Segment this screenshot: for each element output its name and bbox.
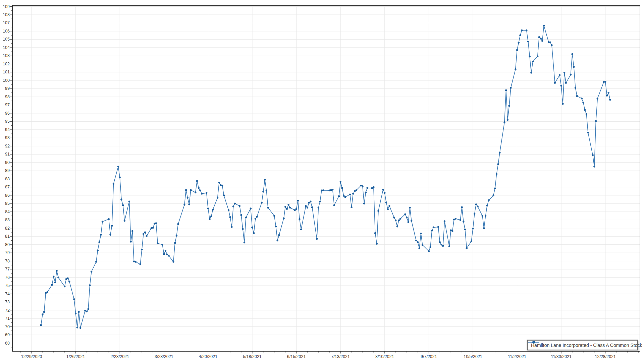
x-axis-tick-label: 12/29/2020 bbox=[21, 354, 42, 359]
data-point bbox=[515, 68, 516, 70]
data-point bbox=[206, 192, 207, 194]
data-point bbox=[460, 219, 461, 221]
data-point bbox=[84, 310, 86, 311]
data-point bbox=[108, 218, 110, 220]
data-point bbox=[482, 215, 483, 217]
data-point bbox=[166, 253, 168, 255]
x-axis-tick-label: 6/15/2021 bbox=[287, 354, 306, 359]
data-point bbox=[530, 72, 532, 73]
price-markers bbox=[40, 25, 611, 329]
data-point bbox=[485, 215, 486, 217]
data-point bbox=[442, 245, 444, 247]
data-point bbox=[384, 192, 385, 194]
data-point bbox=[366, 187, 368, 189]
data-point bbox=[448, 245, 450, 247]
data-point bbox=[518, 42, 520, 44]
data-point bbox=[492, 194, 494, 196]
data-point bbox=[338, 195, 340, 197]
data-point bbox=[239, 205, 240, 207]
data-point bbox=[597, 98, 598, 99]
data-point bbox=[223, 194, 225, 196]
data-point bbox=[161, 244, 163, 245]
data-point bbox=[463, 221, 464, 222]
data-point bbox=[608, 92, 609, 94]
data-point bbox=[455, 218, 457, 220]
data-point bbox=[341, 187, 343, 189]
data-point bbox=[351, 206, 352, 208]
data-point bbox=[554, 82, 556, 84]
x-axis-tick-label: 11/30/2021 bbox=[551, 354, 572, 359]
data-point bbox=[466, 247, 468, 249]
data-point bbox=[377, 210, 379, 212]
y-axis-tick-label: 77 bbox=[5, 267, 10, 272]
x-axis-tick-label: 2/23/2021 bbox=[110, 354, 129, 359]
y-axis-tick-label: 69 bbox=[5, 333, 10, 337]
data-point bbox=[576, 95, 578, 97]
y-axis-tick-label: 68 bbox=[5, 341, 10, 346]
data-point bbox=[140, 263, 141, 265]
y-axis-tick-label: 105 bbox=[3, 37, 10, 42]
data-point bbox=[245, 217, 247, 218]
data-point bbox=[79, 327, 81, 329]
x-axis-tick-label: 12/28/2021 bbox=[595, 354, 616, 359]
data-point bbox=[75, 313, 76, 314]
data-point bbox=[570, 74, 572, 75]
data-point bbox=[510, 87, 512, 88]
y-axis-tick-label: 87 bbox=[5, 185, 10, 189]
data-point bbox=[374, 232, 376, 234]
y-axis-tick-label: 90 bbox=[5, 160, 10, 165]
data-point bbox=[177, 223, 179, 225]
data-point bbox=[45, 292, 47, 294]
data-point bbox=[100, 234, 102, 236]
data-point bbox=[305, 205, 307, 207]
data-point bbox=[532, 61, 534, 62]
data-point bbox=[91, 271, 92, 273]
data-point bbox=[322, 189, 324, 191]
data-point bbox=[582, 102, 584, 103]
data-point bbox=[165, 250, 166, 251]
data-point bbox=[440, 244, 442, 245]
data-point bbox=[562, 103, 564, 105]
data-point bbox=[124, 220, 125, 222]
data-point bbox=[356, 189, 357, 191]
x-axis-tick-label: 1/26/2021 bbox=[66, 354, 85, 359]
data-point bbox=[128, 200, 130, 202]
data-point bbox=[551, 44, 552, 46]
data-point bbox=[505, 89, 507, 91]
axis-ticks bbox=[10, 7, 639, 354]
data-point bbox=[234, 203, 236, 204]
data-point bbox=[340, 181, 341, 183]
data-point bbox=[371, 187, 373, 189]
data-point bbox=[388, 205, 390, 207]
data-point bbox=[393, 217, 395, 218]
data-point bbox=[135, 261, 137, 262]
data-point bbox=[277, 240, 278, 241]
data-point bbox=[433, 227, 434, 228]
x-axis-tick-label: 4/20/2021 bbox=[199, 354, 218, 359]
data-point bbox=[255, 218, 256, 220]
y-axis-tick-label: 88 bbox=[5, 177, 10, 181]
data-point bbox=[406, 217, 408, 218]
data-point bbox=[344, 196, 346, 198]
data-point bbox=[516, 49, 518, 51]
data-point bbox=[78, 311, 79, 313]
data-point bbox=[117, 166, 119, 167]
y-axis-tick-label: 74 bbox=[5, 292, 10, 296]
data-point bbox=[541, 40, 543, 42]
data-point bbox=[73, 298, 75, 300]
data-point bbox=[68, 281, 70, 282]
x-axis-tick-label: 5/18/2021 bbox=[243, 354, 262, 359]
data-point bbox=[262, 191, 264, 192]
data-point bbox=[571, 53, 573, 55]
data-point bbox=[218, 182, 220, 183]
data-point bbox=[486, 205, 488, 206]
data-point bbox=[266, 189, 267, 191]
data-point bbox=[102, 221, 103, 222]
data-point bbox=[519, 35, 521, 36]
y-axis-tick-label: 106 bbox=[3, 29, 10, 34]
data-point bbox=[146, 235, 147, 237]
y-axis-tick-label: 93 bbox=[5, 135, 10, 140]
data-point bbox=[310, 200, 311, 202]
legend[interactable]: Hamilton Lane Incorporated - Class A Com… bbox=[527, 340, 638, 350]
data-point bbox=[187, 197, 189, 198]
